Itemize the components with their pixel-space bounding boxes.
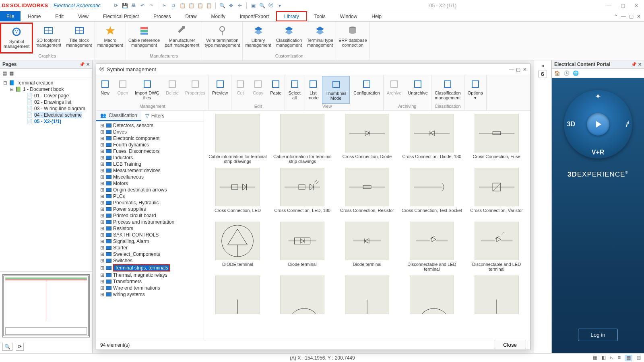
tree-page-2[interactable]: 📄03 - Wiring line diagram: [0, 105, 92, 112]
qat-window-icon[interactable]: ▣: [250, 2, 256, 9]
tree-page-0[interactable]: 📄01 - Cover page: [0, 93, 92, 99]
symbol-13[interactable]: Disconnectable and LED terminal: [401, 222, 462, 272]
status-layers-icon[interactable]: ▤: [625, 355, 632, 361]
ribbon-max-icon[interactable]: ▢: [629, 14, 634, 19]
ribbon-title-block-management[interactable]: Title blockmanagement: [64, 23, 94, 53]
class-fourth-dynamics[interactable]: ⊞Fourth dynamics: [96, 142, 204, 148]
menu-library[interactable]: Library: [276, 11, 307, 21]
qat-print-icon[interactable]: 🖶: [130, 2, 137, 9]
ribbon-symbol-management[interactable]: MSymbolmanagement: [0, 23, 33, 53]
ribbon-collapse-icon[interactable]: ⌃: [614, 14, 618, 19]
menu-view[interactable]: View: [71, 11, 96, 21]
symbol-2[interactable]: Cross Connection, Diode: [337, 114, 398, 164]
qat-pan-icon[interactable]: ✥: [228, 2, 234, 9]
class-measurement-devices[interactable]: ⊞Measurement devices: [96, 167, 204, 174]
menu-home[interactable]: Home: [21, 11, 48, 21]
sm-preview[interactable]: Preview: [209, 76, 231, 109]
symbol-5[interactable]: Cross Connection, LED: [207, 168, 268, 218]
class-power-supplies[interactable]: ⊞Power supplies: [96, 206, 204, 212]
symbol-more-1[interactable]: [272, 276, 333, 325]
sm-unarchive[interactable]: Unarchive: [405, 76, 431, 104]
maximize-icon[interactable]: ▢: [617, 2, 629, 9]
class-starter[interactable]: ⊞Starter: [96, 245, 204, 251]
sm-list-mode[interactable]: Listmode: [304, 76, 322, 104]
ribbon-library-management[interactable]: Librarymanagement: [243, 23, 273, 53]
compass-play-icon[interactable]: [587, 113, 609, 136]
symbol-gallery[interactable]: Cable information for terminal strip dra…: [204, 111, 530, 340]
qat-refresh-icon[interactable]: ⟳: [113, 2, 119, 9]
ribbon-wire-termination-type-management[interactable]: Wire terminationtype management: [202, 23, 242, 58]
symbol-9[interactable]: Cross Connection, Varistor: [466, 168, 527, 218]
menu-modify[interactable]: Modify: [204, 11, 233, 21]
pages-view2-icon[interactable]: ▦: [9, 70, 14, 76]
preview-zoom-icon[interactable]: 🔍: [2, 343, 12, 351]
menu-window[interactable]: Window: [333, 11, 365, 21]
qat-dropdown-icon[interactable]: ▾: [277, 2, 283, 9]
qat-paste4-icon[interactable]: 📋: [206, 2, 212, 9]
ribbon-classification-management[interactable]: Classificationmanagement: [274, 23, 305, 53]
menu-file[interactable]: File: [0, 11, 21, 21]
qat-search-icon[interactable]: 🔍: [259, 2, 265, 9]
dialog-minimize-icon[interactable]: —: [509, 67, 514, 72]
symbol-6[interactable]: Cross Connection, LED, 180: [272, 168, 333, 218]
status-more-icon[interactable]: ▥: [636, 355, 641, 361]
close-icon[interactable]: ✕: [630, 2, 642, 9]
menu-edit[interactable]: Edit: [48, 11, 71, 21]
login-button[interactable]: Log in: [578, 329, 617, 341]
class-switches[interactable]: ⊞Switches: [96, 257, 204, 264]
class-motors[interactable]: ⊞Motors: [96, 180, 204, 187]
qat-save-icon[interactable]: 💾: [122, 2, 128, 9]
sm-import-dwg-files[interactable]: Import DWGfiles: [132, 76, 163, 104]
qat-redo-icon[interactable]: ↷: [148, 2, 155, 9]
class-plcs[interactable]: ⊞PLCs: [96, 193, 204, 200]
status-ortho-icon[interactable]: ⊾: [610, 355, 614, 361]
tab-filters[interactable]: ▽Filters: [141, 111, 169, 121]
dialog-close-icon[interactable]: ✕: [523, 67, 527, 72]
class-inductors[interactable]: ⊞Inductors: [96, 154, 204, 161]
class-transformers[interactable]: ⊞Transformers: [96, 278, 204, 285]
menu-tools[interactable]: Tools: [307, 11, 333, 21]
ribbon-manufacturer-part-management[interactable]: Manufacturerpart management: [162, 23, 202, 53]
symbol-8[interactable]: Cross Connection, Test Socket: [401, 168, 462, 218]
class-detectors-sensors[interactable]: ⊞Detectors, sensors: [96, 122, 204, 129]
qat-paste-icon[interactable]: 📋: [179, 2, 186, 9]
symbol-0[interactable]: Cable information for terminal strip dra…: [207, 114, 268, 164]
ribbon-min-icon[interactable]: —: [621, 14, 626, 19]
symbol-4[interactable]: Cross Connection, Fuse: [466, 114, 527, 164]
status-snap-icon[interactable]: ◧: [601, 355, 606, 361]
class-drives[interactable]: ⊞Drives: [96, 129, 204, 135]
sm-options-[interactable]: Options▾: [464, 76, 486, 109]
ribbon-cable-reference-management[interactable]: Cable referencemanagement: [126, 23, 162, 53]
pages-tree[interactable]: ⊟📘Terminal creation⊟📗1 - Document book📄0…: [0, 78, 92, 272]
qat-move-icon[interactable]: ✛: [237, 2, 243, 9]
qat-zoom-icon[interactable]: 🔍: [219, 2, 225, 9]
compass-widget[interactable]: ✦ 3D ii V+R: [564, 90, 632, 158]
qat-marker-icon[interactable]: Ⓜ: [268, 2, 274, 9]
symbol-12[interactable]: Diode terminal: [337, 222, 398, 272]
pages-view1-icon[interactable]: ▤: [2, 70, 7, 76]
sm-new[interactable]: New: [96, 76, 114, 104]
menu-electrical-project[interactable]: Electrical Project: [96, 11, 146, 21]
class-terminal-strips-terminals[interactable]: ⊞Terminal strips, terminals: [96, 264, 204, 272]
tree-page-3[interactable]: 📄04 - Electrical scheme: [0, 112, 92, 118]
class-signalling-alarm[interactable]: ⊞Signalling, Alarm: [96, 238, 204, 245]
symbol-more-3[interactable]: [401, 276, 462, 325]
ribbon-d-footprint-management[interactable]: 2D footprintmanagement: [33, 23, 64, 53]
menu-draw[interactable]: Draw: [178, 11, 204, 21]
tree-root[interactable]: ⊟📘Terminal creation: [0, 80, 92, 86]
ribbon-close-icon[interactable]: ✕: [637, 14, 641, 19]
qat-paste2-icon[interactable]: 📋: [188, 2, 194, 9]
tree-book[interactable]: ⊟📗1 - Document book: [0, 86, 92, 93]
tab-classification[interactable]: 👥Classification: [96, 111, 141, 121]
class-thermal-magnetic-relays[interactable]: ⊞Thermal, magnetic relays: [96, 272, 204, 278]
tab-chip[interactable]: 6: [538, 70, 547, 78]
menu-import-export[interactable]: Import/Export: [233, 11, 276, 21]
class-miscellaneous[interactable]: ⊞Miscellaneous: [96, 174, 204, 180]
minimize-icon[interactable]: —: [603, 2, 615, 9]
symbol-1[interactable]: Cable information for terminal strip dra…: [272, 114, 333, 164]
sm-paste[interactable]: Paste: [267, 76, 285, 104]
sm-thumbnail-mode[interactable]: ThumbnailMode: [322, 76, 350, 104]
sm-configuration[interactable]: Configuration: [350, 76, 383, 109]
ribbon-terminal-type-management[interactable]: Terminal typemanagement: [304, 23, 335, 53]
symbol-3[interactable]: Cross Connection, Diode, 180: [401, 114, 462, 164]
